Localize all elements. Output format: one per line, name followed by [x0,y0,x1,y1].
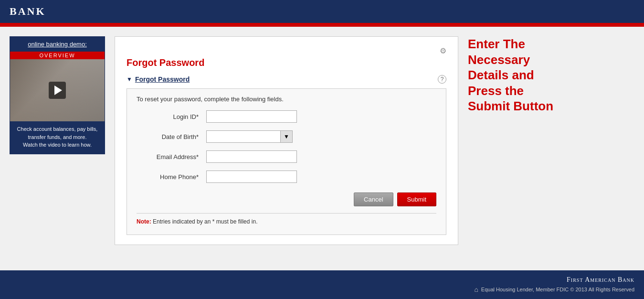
main-content: online banking demo: OVERVIEW Check acco… [0,27,644,270]
login-id-input[interactable] [206,110,297,123]
form-container: ⚙ Forgot Password ▼ Forgot Password ? To… [115,36,458,245]
instruction-text: Enter The Necessary Details and Press th… [468,36,554,114]
play-button[interactable] [49,82,66,99]
calendar-icon: ▼ [284,133,289,140]
login-id-row: Login ID* [137,110,436,123]
play-icon [54,85,62,95]
phone-input[interactable] [206,171,297,183]
red-bar [0,23,644,27]
email-row: Email Address* [137,150,436,163]
form-top-bar: ⚙ [127,46,446,55]
video-title-area: online banking demo: [10,37,105,52]
form-instruction: To reset your password, complete the fol… [137,96,436,103]
buttons-row: Cancel Submit [137,192,436,206]
section-title-group: ▼ Forgot Password [127,75,190,83]
video-caption-text: Check account balances, pay bills,transf… [15,125,100,149]
footer-legal: ⌂ Equal Housing Lender, Member FDIC © 20… [10,286,634,293]
calendar-button[interactable]: ▼ [280,130,293,143]
email-label: Email Address* [137,153,199,160]
house-icon: ⌂ [474,286,478,293]
footer: First American Bank ⌂ Equal Housing Lend… [0,270,644,299]
header: BANK [0,0,644,23]
login-id-label: Login ID* [137,113,199,120]
note-text: Entries indicated by an * must be filled… [153,218,257,225]
note-label: Note: [137,218,151,225]
inner-form: To reset your password, complete the fol… [127,88,446,235]
section-arrow-icon: ▼ [127,76,132,83]
section-title: Forgot Password [135,75,190,83]
dob-row: Date of Birth* ▼ [137,130,436,143]
footer-legal-text: Equal Housing Lender, Member FDIC © 2013… [481,287,634,292]
date-input-wrapper: ▼ [206,130,293,143]
section-header: ▼ Forgot Password ? [127,75,446,84]
video-overview-label: OVERVIEW [10,52,105,59]
help-icon[interactable]: ? [438,75,446,84]
video-thumbnail[interactable] [10,59,105,121]
form-area: ⚙ Forgot Password ▼ Forgot Password ? To… [115,36,458,261]
video-box: online banking demo: OVERVIEW Check acco… [10,36,105,154]
phone-label: Home Phone* [137,173,199,181]
form-main-title: Forgot Password [127,57,446,68]
submit-button[interactable]: Submit [397,192,436,206]
cancel-button[interactable]: Cancel [354,192,393,206]
sidebar: online banking demo: OVERVIEW Check acco… [10,36,105,261]
phone-row: Home Phone* [137,171,436,183]
video-title-text: online banking demo: [15,41,100,48]
note-row: Note: Entries indicated by an * must be … [137,213,436,225]
settings-icon[interactable]: ⚙ [440,46,446,55]
right-sidebar: Enter The Necessary Details and Press th… [468,36,554,261]
video-caption: Check account balances, pay bills,transf… [10,121,105,154]
dob-input[interactable] [206,130,280,143]
bank-logo: BANK [10,5,46,18]
email-input[interactable] [206,150,297,163]
dob-label: Date of Birth* [137,133,199,140]
footer-bank-name: First American Bank [10,276,634,284]
